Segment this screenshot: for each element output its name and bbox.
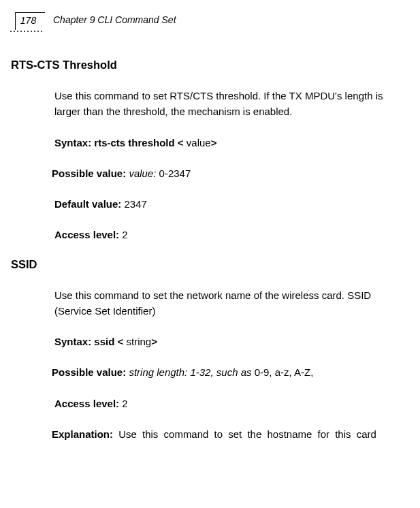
- rts-possible-value: Possible value: value: 0-2347: [52, 165, 409, 181]
- pv-range: 0-2347: [159, 168, 191, 179]
- syntax-value: value: [187, 137, 211, 148]
- chapter-title: Chapter 9 CLI Command Set: [53, 14, 176, 25]
- rts-access-level: Access level: 2: [54, 227, 409, 242]
- access-label: Access level:: [54, 398, 122, 409]
- pv-italic: string length: 1-32, such as: [129, 366, 254, 378]
- default-value: 2347: [125, 198, 147, 210]
- explanation-label: Explanation:: [52, 428, 118, 440]
- pv-label: Possible value:: [52, 168, 129, 179]
- ssid-syntax: Syntax: ssid < string>: [54, 334, 409, 349]
- pv-label: Possible value:: [52, 366, 129, 378]
- page-header: 178 Chapter 9 CLI Command Set: [7, 12, 413, 39]
- pv-italic: value:: [129, 168, 159, 179]
- ssid-possible-value: Possible value: string length: 1-32, suc…: [52, 364, 409, 380]
- syntax-close: >: [151, 336, 157, 347]
- section-heading-rts: RTS-CTS Threshold: [11, 59, 409, 72]
- syntax-label: Syntax: ssid <: [54, 336, 126, 347]
- ssid-access-level: Access level: 2: [54, 396, 409, 411]
- access-value: 2: [122, 398, 127, 409]
- syntax-close: >: [211, 137, 217, 148]
- access-value: 2: [122, 229, 127, 240]
- syntax-value: string: [126, 336, 151, 347]
- ssid-description: Use this command to set the network name…: [54, 287, 409, 319]
- syntax-label: Syntax: rts-cts threshold <: [54, 137, 187, 148]
- rts-default-value: Default value: 2347: [54, 196, 409, 212]
- rts-description: Use this command to set RTS/CTS threshol…: [54, 88, 409, 120]
- pv-value: 0-9, a-z, A-Z,: [255, 366, 314, 378]
- content-body: RTS-CTS Threshold Use this command to se…: [7, 59, 413, 442]
- explanation-text: Use this command to set the hostname for…: [118, 428, 376, 440]
- section-heading-ssid: SSID: [11, 258, 409, 271]
- rts-syntax: Syntax: rts-cts threshold < value>: [54, 135, 409, 150]
- default-label: Default value:: [54, 198, 125, 210]
- ssid-explanation: Explanation: Use this command to set the…: [52, 426, 409, 442]
- header-dots: [10, 31, 42, 32]
- access-label: Access level:: [54, 229, 122, 240]
- page-number: 178: [15, 12, 45, 30]
